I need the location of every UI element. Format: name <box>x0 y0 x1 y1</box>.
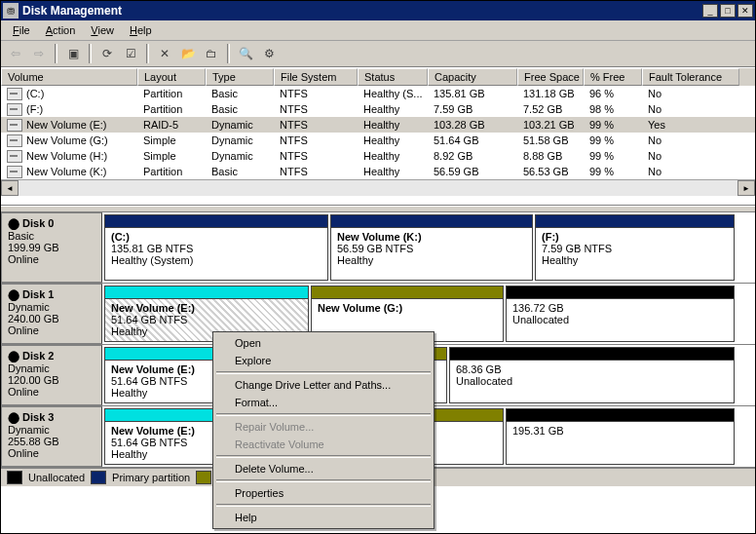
col-type[interactable]: Type <box>206 68 274 86</box>
volume-cell: Basic <box>206 103 274 115</box>
drive-icon <box>7 119 22 132</box>
volume-cell: Dynamic <box>206 150 274 162</box>
disk-header[interactable]: ⬤ Disk 2Dynamic120.00 GBOnline <box>1 345 102 405</box>
volume-cell: 51.64 GB <box>428 134 517 146</box>
legend-primary-swatch <box>91 471 106 484</box>
volume-color-bar <box>105 215 327 227</box>
volume-cell: 99 % <box>584 134 642 146</box>
scroll-right-icon[interactable]: ► <box>737 180 755 196</box>
volume-box[interactable]: 68.36 GBUnallocated <box>449 347 735 403</box>
volume-cell: NTFS <box>274 134 358 146</box>
col-layout[interactable]: Layout <box>137 68 206 86</box>
context-menu-item[interactable]: Properties <box>215 484 432 502</box>
disk-size: 255.88 GB <box>8 436 95 447</box>
minimize-button[interactable]: _ <box>702 4 718 18</box>
menu-file[interactable]: File <box>5 22 38 38</box>
volume-cell: No <box>642 134 739 146</box>
properties-button[interactable]: ☑ <box>120 43 141 64</box>
menu-help[interactable]: Help <box>122 22 160 38</box>
volume-cell: Yes <box>642 119 739 131</box>
context-menu-item[interactable]: Delete Volume... <box>215 460 432 477</box>
volume-info: 195.31 GB <box>507 421 734 464</box>
volume-row[interactable]: New Volume (K:)PartitionBasicNTFSHealthy… <box>1 164 755 179</box>
disk-row: ⬤ Disk 0Basic199.99 GBOnline(C:)135.81 G… <box>1 212 755 284</box>
disk-header[interactable]: ⬤ Disk 0Basic199.99 GBOnline <box>1 212 102 283</box>
disk-state: Online <box>8 447 95 459</box>
back-button[interactable]: ⇦ <box>5 43 26 64</box>
disk-state: Online <box>8 253 95 265</box>
col-capacity[interactable]: Capacity <box>428 68 517 86</box>
volume-color-bar <box>105 286 308 298</box>
volume-box[interactable]: 195.31 GB <box>506 408 735 465</box>
app-icon: ⛃ <box>3 3 19 19</box>
col-fault[interactable]: Fault Tolerance <box>642 68 739 86</box>
volume-box[interactable]: (F:)7.59 GB NTFSHealthy <box>535 214 735 281</box>
window-title: Disk Management <box>22 4 702 18</box>
up-tree-button[interactable]: ▣ <box>62 43 84 64</box>
context-menu-item[interactable]: Format... <box>215 394 432 411</box>
drive-icon <box>7 166 22 178</box>
volume-box[interactable]: 136.72 GBUnallocated <box>506 286 735 342</box>
refresh-button[interactable]: ⟳ <box>96 43 118 64</box>
find-button[interactable]: 🔍 <box>235 43 256 64</box>
volume-row[interactable]: (F:)PartitionBasicNTFSHealthy7.59 GB7.52… <box>1 101 755 117</box>
splitter[interactable] <box>1 206 755 212</box>
scroll-left-icon[interactable]: ◄ <box>1 180 19 196</box>
volume-list-scrollbar[interactable]: ◄ ► <box>1 179 755 196</box>
legend-unallocated-label: Unallocated <box>28 472 85 483</box>
save-button[interactable]: 🗀 <box>201 43 222 64</box>
volume-cell: Healthy (S... <box>358 88 428 99</box>
volume-row[interactable]: New Volume (H:)SimpleDynamicNTFSHealthy8… <box>1 148 755 164</box>
volume-list-header: Volume Layout Type File System Status Ca… <box>1 68 755 86</box>
disk-name: ⬤ Disk 0 <box>8 217 95 230</box>
volume-color-bar <box>536 215 734 227</box>
context-menu-item[interactable]: Help <box>215 509 432 526</box>
volume-cell: 99 % <box>584 166 642 177</box>
volume-cell: No <box>642 166 739 177</box>
volume-cell: 7.59 GB <box>428 103 517 115</box>
volume-cell: No <box>642 103 739 115</box>
volume-cell: 103.28 GB <box>428 119 517 131</box>
col-status[interactable]: Status <box>358 68 428 86</box>
disk-type: Basic <box>8 230 95 242</box>
close-button[interactable]: ✕ <box>737 4 753 18</box>
maximize-button[interactable]: □ <box>720 4 736 18</box>
volume-cell: 56.59 GB <box>428 166 517 177</box>
disk-state: Online <box>8 386 95 398</box>
window-controls: _ □ ✕ <box>702 4 753 18</box>
volume-cell: 56.53 GB <box>517 166 584 177</box>
volume-cell: 98 % <box>584 103 642 115</box>
volume-row[interactable]: (C:)PartitionBasicNTFSHealthy (S...135.8… <box>1 86 755 101</box>
volume-row[interactable]: New Volume (E:)RAID-5DynamicNTFSHealthy1… <box>1 117 755 133</box>
context-menu-item[interactable]: Explore <box>215 352 432 369</box>
context-menu-separator <box>216 371 431 374</box>
delete-button[interactable]: ✕ <box>154 43 175 64</box>
volume-cell: RAID-5 <box>137 119 206 131</box>
volume-info: (C:)135.81 GB NTFSHealthy (System) <box>105 227 327 280</box>
context-menu-item[interactable]: Change Drive Letter and Paths... <box>215 376 432 394</box>
col-filesystem[interactable]: File System <box>274 68 358 86</box>
titlebar: ⛃ Disk Management _ □ ✕ <box>1 1 755 20</box>
disk-name: ⬤ Disk 3 <box>8 411 95 424</box>
disk-size: 120.00 GB <box>8 374 95 386</box>
settings-button[interactable]: ⚙ <box>258 43 280 64</box>
disk-header[interactable]: ⬤ Disk 1Dynamic240.00 GBOnline <box>1 284 102 344</box>
disk-state: Online <box>8 324 95 336</box>
volume-row[interactable]: New Volume (G:)SimpleDynamicNTFSHealthy5… <box>1 133 755 148</box>
menu-action[interactable]: Action <box>38 22 84 38</box>
disk-header[interactable]: ⬤ Disk 3Dynamic255.88 GBOnline <box>1 406 102 467</box>
volume-cell: Simple <box>137 150 206 162</box>
menu-view[interactable]: View <box>83 22 122 38</box>
volume-color-bar <box>507 409 734 421</box>
volume-cell: NTFS <box>274 166 358 177</box>
col-freespace[interactable]: Free Space <box>517 68 584 86</box>
folder-open-button[interactable]: 📂 <box>177 43 199 64</box>
forward-button[interactable]: ⇨ <box>28 43 50 64</box>
col-pctfree[interactable]: % Free <box>584 68 642 86</box>
volume-box[interactable]: New Volume (K:)56.59 GB NTFSHealthy <box>330 214 533 281</box>
volume-box[interactable]: (C:)135.81 GB NTFSHealthy (System) <box>104 214 328 281</box>
col-volume[interactable]: Volume <box>1 68 137 86</box>
context-menu-item[interactable]: Open <box>215 334 432 352</box>
volume-cell: NTFS <box>274 150 358 162</box>
volume-cell: New Volume (E:) <box>1 119 137 132</box>
